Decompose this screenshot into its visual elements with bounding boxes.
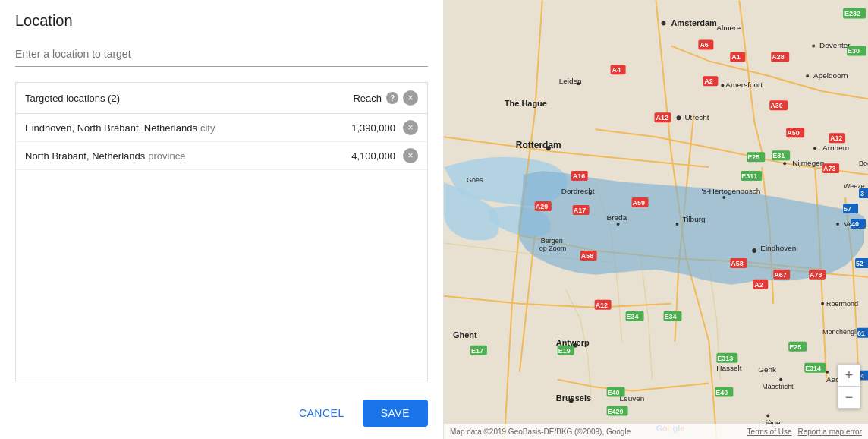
svg-text:The Hague: The Hague bbox=[505, 99, 547, 108]
svg-point-25 bbox=[836, 223, 839, 226]
svg-text:Apeldoorn: Apeldoorn bbox=[813, 71, 848, 80]
svg-text:E311: E311 bbox=[741, 172, 757, 180]
zoom-out-button[interactable]: − bbox=[838, 387, 860, 408]
svg-text:A58: A58 bbox=[581, 252, 593, 260]
svg-text:op Zoom: op Zoom bbox=[539, 245, 566, 252]
svg-point-51 bbox=[766, 415, 769, 418]
map-controls: + − bbox=[838, 364, 860, 409]
location-type-2: province bbox=[148, 150, 185, 162]
svg-text:A6: A6 bbox=[700, 41, 708, 49]
svg-text:E19: E19 bbox=[558, 347, 571, 355]
footer-buttons: CANCEL SAVE bbox=[0, 387, 443, 439]
svg-text:Utrecht: Utrecht bbox=[684, 113, 709, 122]
svg-text:Genk: Genk bbox=[758, 365, 776, 374]
terms-of-use-link[interactable]: Terms of Use bbox=[747, 428, 792, 436]
targeted-locations-title: Targeted locations (2) bbox=[25, 93, 120, 104]
svg-text:Deventer: Deventer bbox=[819, 41, 851, 49]
location-reach-2: 4,100,000 bbox=[351, 150, 395, 162]
report-map-error-link[interactable]: Report a map error bbox=[798, 428, 862, 436]
svg-text:Roermond: Roermond bbox=[826, 300, 858, 308]
info-icon[interactable]: ? bbox=[386, 92, 398, 104]
svg-text:A4: A4 bbox=[612, 66, 621, 74]
close-location-2-icon[interactable]: × bbox=[403, 148, 418, 163]
cancel-button[interactable]: CANCEL bbox=[287, 400, 357, 427]
main-container: Location Targeted locations (2) Reach ? … bbox=[0, 0, 868, 439]
svg-text:E313: E313 bbox=[717, 355, 733, 362]
location-search-input[interactable] bbox=[15, 42, 428, 67]
svg-point-47 bbox=[779, 378, 782, 381]
left-panel: Location Targeted locations (2) Reach ? … bbox=[0, 0, 444, 439]
svg-point-19 bbox=[752, 248, 756, 253]
close-all-icon[interactable]: × bbox=[403, 90, 418, 106]
svg-text:Almere: Almere bbox=[716, 24, 741, 32]
svg-text:Ghent: Ghent bbox=[453, 330, 477, 340]
svg-text:A29: A29 bbox=[536, 203, 548, 210]
svg-point-36 bbox=[821, 302, 824, 305]
svg-text:A67: A67 bbox=[774, 271, 786, 279]
svg-text:A12: A12 bbox=[596, 302, 608, 309]
svg-text:Amersfoort: Amersfoort bbox=[725, 81, 763, 89]
svg-point-31 bbox=[812, 44, 815, 47]
svg-text:A28: A28 bbox=[772, 53, 784, 61]
svg-point-17 bbox=[675, 223, 678, 226]
svg-text:Eindhoven: Eindhoven bbox=[760, 244, 796, 252]
svg-text:A50: A50 bbox=[787, 129, 799, 137]
svg-point-7 bbox=[676, 115, 681, 120]
svg-text:E34: E34 bbox=[627, 313, 639, 321]
svg-point-13 bbox=[722, 196, 725, 199]
svg-text:Goes: Goes bbox=[467, 176, 483, 184]
svg-text:A2: A2 bbox=[754, 281, 763, 289]
map-attribution: Map data ©2019 GeoBasis-DE/BKG (©2009), … bbox=[450, 428, 631, 436]
targeted-locations-container: Targeted locations (2) Reach ? × Eindhov… bbox=[15, 82, 428, 381]
header-right: Reach ? × bbox=[353, 90, 418, 106]
svg-text:A30: A30 bbox=[770, 102, 782, 109]
svg-text:4: 4 bbox=[860, 372, 864, 380]
svg-text:E31: E31 bbox=[772, 152, 785, 159]
svg-point-21 bbox=[783, 162, 786, 165]
location-row: Eindhoven, North Brabant, Netherlands ci… bbox=[16, 114, 427, 142]
svg-text:A1: A1 bbox=[731, 53, 740, 61]
map-container[interactable]: Amsterdam Almere The Hague Rotterdam Utr… bbox=[444, 0, 868, 439]
svg-text:Amsterdam: Amsterdam bbox=[671, 18, 717, 27]
svg-text:Leiden: Leiden bbox=[559, 77, 582, 85]
svg-text:Breda: Breda bbox=[607, 213, 627, 222]
save-button[interactable]: SAVE bbox=[363, 400, 428, 427]
svg-text:Tilburg: Tilburg bbox=[682, 215, 705, 223]
svg-point-33 bbox=[806, 74, 809, 77]
svg-text:E17: E17 bbox=[471, 347, 483, 355]
location-reach-1: 1,390,000 bbox=[351, 122, 395, 134]
svg-text:Maastricht: Maastricht bbox=[762, 383, 794, 390]
svg-point-23 bbox=[813, 147, 816, 150]
zoom-in-button[interactable]: + bbox=[838, 365, 860, 386]
close-location-1-icon[interactable]: × bbox=[403, 120, 418, 135]
search-container bbox=[0, 39, 443, 76]
svg-text:E232: E232 bbox=[844, 10, 860, 17]
svg-text:Bergen: Bergen bbox=[541, 237, 563, 245]
svg-text:Brussels: Brussels bbox=[556, 393, 591, 403]
svg-text:Hasselt: Hasselt bbox=[716, 364, 741, 372]
svg-text:Boch: Boch bbox=[859, 159, 868, 167]
svg-point-1 bbox=[661, 21, 665, 25]
svg-text:A16: A16 bbox=[573, 172, 585, 180]
svg-text:A2: A2 bbox=[704, 77, 712, 85]
svg-text:52: 52 bbox=[856, 260, 863, 267]
location-type-1: city bbox=[200, 122, 215, 134]
svg-text:A59: A59 bbox=[633, 199, 645, 207]
map-svg: Amsterdam Almere The Hague Rotterdam Utr… bbox=[444, 0, 868, 439]
svg-text:A73: A73 bbox=[810, 271, 822, 279]
svg-text:E40: E40 bbox=[715, 389, 728, 396]
svg-text:A12: A12 bbox=[830, 134, 842, 142]
svg-text:E30: E30 bbox=[848, 47, 860, 55]
svg-text:A73: A73 bbox=[823, 165, 835, 172]
svg-text:E314: E314 bbox=[805, 365, 821, 372]
svg-point-15 bbox=[617, 223, 620, 226]
svg-text:E40: E40 bbox=[608, 389, 620, 396]
targeted-locations-header: Targeted locations (2) Reach ? × bbox=[16, 83, 427, 114]
panel-title: Location bbox=[0, 0, 443, 39]
svg-text:E34: E34 bbox=[664, 313, 676, 321]
svg-text:Dordrecht: Dordrecht bbox=[561, 187, 595, 195]
svg-text:40: 40 bbox=[851, 220, 859, 228]
svg-text:Arnhem: Arnhem bbox=[822, 144, 849, 152]
svg-text:E429: E429 bbox=[608, 408, 624, 415]
svg-text:Rotterdam: Rotterdam bbox=[516, 140, 561, 150]
